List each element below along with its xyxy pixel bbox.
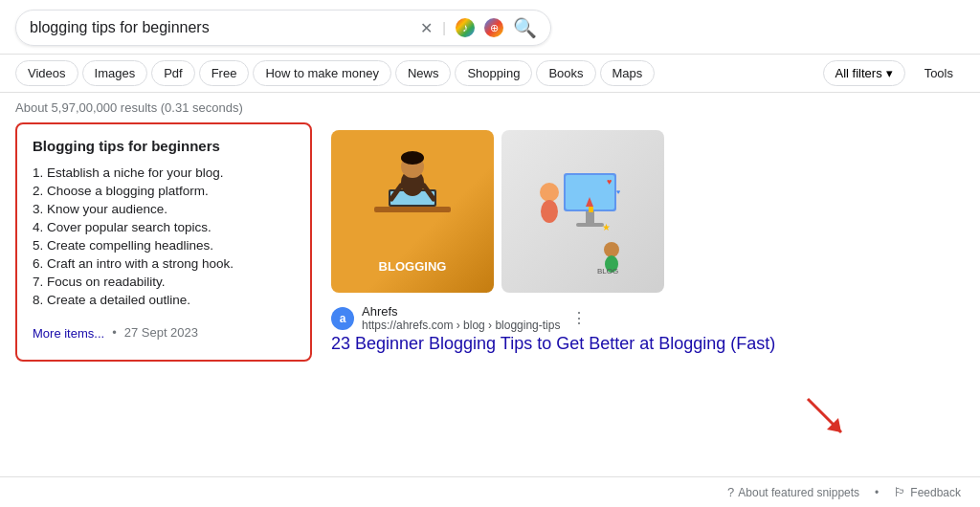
search-input[interactable] (30, 19, 411, 36)
lens-icon[interactable]: ⊕ (484, 18, 503, 37)
about-featured-snippets-link[interactable]: ? About featured snippets (727, 485, 859, 499)
snippet-list: 1. Establish a niche for your blog. 2. C… (33, 164, 295, 309)
site-info: a Ahrefs https://ahrefs.com › blog › blo… (331, 304, 965, 332)
feedback-label: Feedback (910, 486, 961, 499)
svg-point-13 (541, 200, 558, 223)
feedback-button[interactable]: 🏳 Feedback (894, 485, 961, 499)
svg-text:♥: ♥ (616, 188, 620, 195)
result-title[interactable]: 23 Beginner Blogging Tips to Get Better … (331, 334, 775, 353)
filter-tab-books[interactable]: Books (536, 60, 595, 86)
filter-tab-videos[interactable]: Videos (15, 60, 78, 86)
search-input-wrap: ✕ | ♪ ⊕ 🔍 (15, 10, 551, 46)
featured-snippet: Blogging tips for beginners 1. Establish… (15, 122, 312, 362)
list-item: 8. Create a detailed outline. (33, 291, 295, 309)
filter-tab-shopping[interactable]: Shopping (455, 60, 532, 86)
list-item: 6. Craft an intro with a strong hook. (33, 254, 295, 273)
filter-tab-how-to-make-money[interactable]: How to make money (253, 60, 391, 86)
bookmark-icon: 🏳 (894, 485, 906, 499)
site-url: https://ahrefs.com › blog › blogging-tip… (362, 319, 560, 332)
list-item: 7. Focus on readability. (33, 273, 295, 291)
snippet-date-sep: • (112, 325, 117, 340)
chevron-down-icon: ▾ (886, 66, 893, 80)
images-section: BLOGGING ♥ (331, 130, 965, 293)
filter-tab-pdf[interactable]: Pdf (151, 60, 195, 86)
svg-rect-0 (374, 207, 451, 212)
bottom-bar: ? About featured snippets • 🏳 Feedback (0, 476, 980, 507)
all-filters-button[interactable]: All filters ▾ (823, 60, 905, 86)
snippet-date: 27 Sept 2023 (124, 325, 198, 340)
filters-right: All filters ▾ Tools (823, 60, 965, 86)
search-bar-area: ✕ | ♪ ⊕ 🔍 (0, 0, 980, 55)
all-filters-label: All filters (835, 66, 882, 80)
svg-text:♥: ♥ (607, 177, 612, 187)
blogging-illustration-2: ♥ ♥ ★ BLOG (516, 144, 650, 278)
about-snippets-label: About featured snippets (738, 486, 859, 499)
svg-point-5 (401, 151, 424, 165)
search-icons: ✕ | ♪ ⊕ (420, 18, 503, 37)
svg-rect-15 (589, 207, 593, 212)
blogging-illustration-1 (355, 140, 470, 245)
filters-left: Videos Images Pdf Free How to make money… (15, 60, 655, 86)
mic-icon[interactable]: ♪ (456, 18, 475, 37)
filter-tab-news[interactable]: News (395, 60, 452, 86)
site-name-url: Ahrefs https://ahrefs.com › blog › blogg… (362, 304, 560, 332)
filters-row: Videos Images Pdf Free How to make money… (0, 55, 980, 93)
right-column: BLOGGING ♥ (331, 122, 965, 362)
info-icon: ? (727, 485, 734, 499)
main-content: Blogging tips for beginners 1. Establish… (0, 122, 980, 362)
filter-tab-free[interactable]: Free (199, 60, 250, 86)
svg-rect-10 (586, 211, 594, 223)
svg-point-19 (604, 242, 619, 257)
filter-tab-images[interactable]: Images (82, 60, 148, 86)
svg-text:★: ★ (602, 222, 611, 232)
blogging-label: BLOGGING (379, 259, 447, 274)
more-items-link[interactable]: More items... (33, 326, 104, 341)
svg-rect-11 (576, 223, 604, 227)
red-arrow (798, 389, 856, 447)
avatar: a (331, 307, 354, 330)
arrow-container (798, 389, 856, 450)
organic-result: a Ahrefs https://ahrefs.com › blog › blo… (331, 304, 965, 362)
list-item: 2. Choose a blogging platform. (33, 182, 295, 200)
image-2[interactable]: ♥ ♥ ★ BLOG (501, 130, 664, 293)
list-item: 4. Cover popular search topics. (33, 218, 295, 236)
tools-button[interactable]: Tools (913, 61, 965, 85)
list-item: 3. Know your audience. (33, 200, 295, 218)
site-name: Ahrefs (362, 304, 560, 319)
image-1[interactable]: BLOGGING (331, 130, 494, 293)
separator: • (875, 486, 879, 499)
svg-point-12 (540, 183, 559, 202)
list-item: 1. Establish a niche for your blog. (33, 164, 295, 182)
more-options-icon[interactable]: ⋮ (571, 309, 587, 327)
results-info: About 5,97,00,000 results (0.31 seconds) (0, 93, 980, 122)
clear-icon[interactable]: ✕ (420, 19, 433, 37)
filter-tab-maps[interactable]: Maps (600, 60, 656, 86)
svg-text:BLOG: BLOG (597, 267, 618, 276)
snippet-title: Blogging tips for beginners (33, 138, 295, 154)
search-button[interactable]: 🔍 (513, 16, 537, 39)
list-item: 5. Create compelling headlines. (33, 236, 295, 254)
